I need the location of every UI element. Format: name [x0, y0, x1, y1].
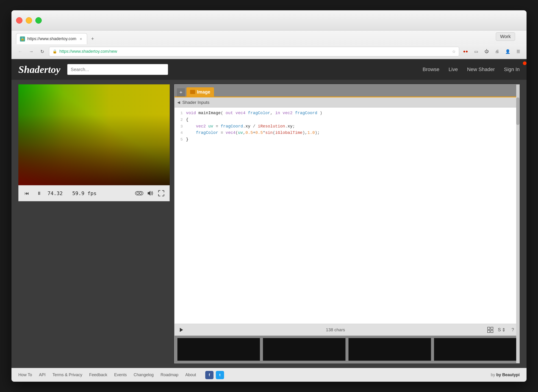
- user-icon[interactable]: 👤: [504, 48, 511, 55]
- editor-fullscreen-button[interactable]: [487, 326, 494, 334]
- sort-icon: ⇕: [502, 327, 506, 333]
- footer-howto[interactable]: How To: [18, 373, 32, 377]
- power-icon[interactable]: ⏻: [483, 48, 490, 55]
- footer-about[interactable]: About: [185, 373, 196, 377]
- footer-changelog[interactable]: Changelog: [134, 373, 154, 377]
- code-editor[interactable]: 1 void mainImage( out vec4 fragColor, in…: [174, 107, 519, 324]
- skip-back-button[interactable]: ⏮: [23, 189, 31, 197]
- footer-api[interactable]: API: [39, 373, 46, 377]
- code-line-1: 1 void mainImage( out vec4 fragColor, in…: [174, 110, 519, 117]
- minimize-button[interactable]: [26, 17, 32, 24]
- shader-time: 74.32: [47, 191, 68, 196]
- traffic-lights: [16, 17, 42, 24]
- shader-fps: 59.9 fps: [72, 191, 97, 196]
- cast-icon[interactable]: ▭: [473, 48, 480, 55]
- svg-marker-3: [148, 191, 150, 196]
- nav-new-shader[interactable]: New Shader: [467, 66, 495, 72]
- print-icon[interactable]: 🖨: [494, 48, 501, 55]
- footer-terms[interactable]: Terms & Privacy: [52, 373, 82, 377]
- svg-rect-5: [487, 327, 490, 329]
- footer-feedback[interactable]: Feedback: [89, 373, 107, 377]
- site-logo: Shadertoy: [18, 64, 60, 75]
- image-tab[interactable]: Image: [187, 87, 214, 97]
- site-nav: Browse Live New Shader Sign In: [175, 66, 520, 72]
- vr-icon[interactable]: [135, 189, 143, 197]
- nav-bar: ← → ↻ 🔒 https://www.shadertoy.com/new ☆ …: [11, 44, 527, 59]
- sort-control[interactable]: S ⇕: [498, 327, 506, 333]
- browser-tab[interactable]: 🔒 https://www.shadertoy.com ✕: [16, 33, 87, 44]
- footer-roadmap[interactable]: Roadmap: [160, 373, 178, 377]
- browser-chrome: 🔒 https://www.shadertoy.com ✕ + ← → ↻ 🔒 …: [11, 30, 527, 59]
- svg-rect-6: [491, 327, 493, 329]
- bottom-thumbnails: [174, 336, 519, 363]
- thumbnail-1[interactable]: [177, 338, 260, 361]
- thumbnail-4[interactable]: [434, 338, 517, 361]
- os-window: Work 🔒 https://www.shadertoy.com ✕ + ← →…: [11, 10, 527, 382]
- shader-inputs-label: Shader Inputs: [182, 100, 209, 105]
- refresh-button[interactable]: ↻: [38, 47, 46, 56]
- work-button[interactable]: Work: [496, 32, 515, 41]
- compile-run-button[interactable]: [178, 327, 185, 333]
- search-input[interactable]: [71, 67, 165, 72]
- help-button[interactable]: ?: [509, 327, 516, 333]
- forward-button[interactable]: →: [27, 47, 35, 56]
- lock-icon: 🔒: [52, 49, 57, 54]
- back-button[interactable]: ←: [16, 47, 24, 56]
- tab-title: https://www.shadertoy.com: [27, 37, 76, 41]
- svg-rect-8: [491, 330, 493, 333]
- thumbnail-2[interactable]: [263, 338, 346, 361]
- code-line-4: 4 fragColor = vec4(uv,0.5+0.5*sin(iGloba…: [174, 130, 519, 136]
- search-bar[interactable]: [67, 64, 168, 75]
- nav-live[interactable]: Live: [449, 66, 458, 72]
- shader-preview-col: ⏮ ⏸ 74.32 59.9 fps: [18, 84, 170, 363]
- code-line-2: 2 {: [174, 117, 519, 123]
- footer-credit: by by Beautypi: [491, 373, 520, 377]
- svg-marker-4: [180, 328, 183, 332]
- nav-icons: ●● ▭ ⏻ 🖨 👤 ☰: [462, 48, 522, 55]
- menu-icon[interactable]: ☰: [515, 48, 522, 55]
- url-text: https://www.shadertoy.com/new: [59, 49, 450, 54]
- svg-point-2: [140, 192, 142, 194]
- close-button[interactable]: [16, 17, 23, 24]
- code-line-5: 5 }: [174, 136, 519, 143]
- shader-output: [18, 84, 170, 185]
- new-tab-button[interactable]: +: [88, 34, 97, 43]
- pause-button[interactable]: ⏸: [35, 189, 43, 197]
- scrollbar-thumb[interactable]: [516, 98, 519, 125]
- nav-browse[interactable]: Browse: [423, 66, 439, 72]
- fullscreen-icon[interactable]: [157, 189, 165, 197]
- maximize-button[interactable]: [35, 17, 42, 24]
- tab-close-button[interactable]: ✕: [79, 37, 83, 41]
- svg-point-1: [137, 192, 139, 194]
- shader-gradient-red: [18, 84, 170, 185]
- inputs-collapse-icon[interactable]: ◀: [177, 100, 180, 105]
- facebook-button[interactable]: f: [205, 371, 214, 379]
- footer-events[interactable]: Events: [114, 373, 127, 377]
- ctrl-icon-group: [135, 189, 165, 197]
- shader-inputs-bar: ◀ Shader Inputs: [174, 98, 519, 107]
- char-count: 138 chars: [188, 327, 483, 332]
- shader-canvas: [18, 84, 170, 185]
- sort-label: S: [498, 327, 501, 332]
- tab-icon: [190, 90, 195, 94]
- notification-dot: [523, 61, 527, 65]
- code-line-3: 3 vec2 uv = fragCoord.xy / iResolution.x…: [174, 123, 519, 130]
- shader-controls: ⏮ ⏸ 74.32 59.9 fps: [18, 185, 170, 201]
- extension-icon-red[interactable]: ●●: [462, 48, 469, 55]
- code-tabs: + Image: [174, 84, 519, 97]
- volume-icon[interactable]: [146, 189, 154, 197]
- url-bar[interactable]: 🔒 https://www.shadertoy.com/new ☆: [49, 47, 459, 56]
- scrollbar-track[interactable]: [516, 84, 519, 363]
- nav-sign-in[interactable]: Sign In: [504, 66, 520, 72]
- bookmark-icon: ☆: [452, 49, 456, 54]
- code-panel: + Image ◀ Shader Inputs: [174, 84, 520, 363]
- thumbnail-3[interactable]: [348, 338, 431, 361]
- add-tab-button[interactable]: +: [177, 88, 185, 97]
- tab-bar: 🔒 https://www.shadertoy.com ✕ +: [11, 30, 527, 44]
- page-content: Shadertoy Browse Live New Shader Sign In: [11, 59, 527, 382]
- site-header: Shadertoy Browse Live New Shader Sign In: [11, 59, 527, 80]
- shadertoy-site: Shadertoy Browse Live New Shader Sign In: [11, 59, 527, 382]
- tab-favicon: 🔒: [20, 37, 25, 42]
- main-area: ⏮ ⏸ 74.32 59.9 fps: [11, 80, 527, 368]
- twitter-button[interactable]: t: [216, 371, 224, 379]
